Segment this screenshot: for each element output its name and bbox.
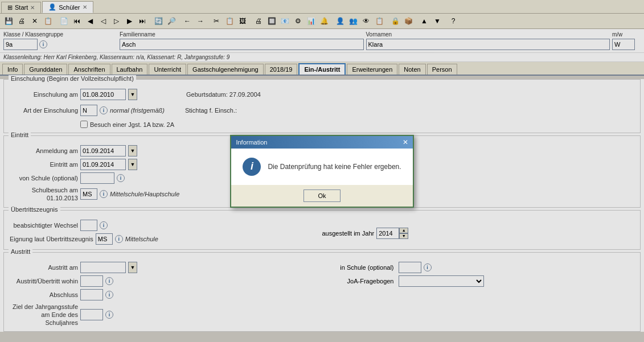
dialog-ok-button[interactable]: Ok [303,189,340,202]
dialog-body: i Die Datenprüfung hat keine Fehler erge… [231,149,412,185]
dialog-close-button[interactable]: ✕ [403,138,408,146]
dialog-message-text: Die Datenprüfung hat keine Fehler ergebe… [268,163,401,171]
dialog-footer: Ok [231,185,412,207]
dialog-overlay: Information ✕ i Die Datenprüfung hat kei… [0,0,644,334]
information-dialog: Information ✕ i Die Datenprüfung hat kei… [230,135,413,208]
dialog-title-text: Information [236,139,267,146]
dialog-titlebar: Information ✕ [231,136,412,149]
dialog-info-icon: i [243,158,261,176]
